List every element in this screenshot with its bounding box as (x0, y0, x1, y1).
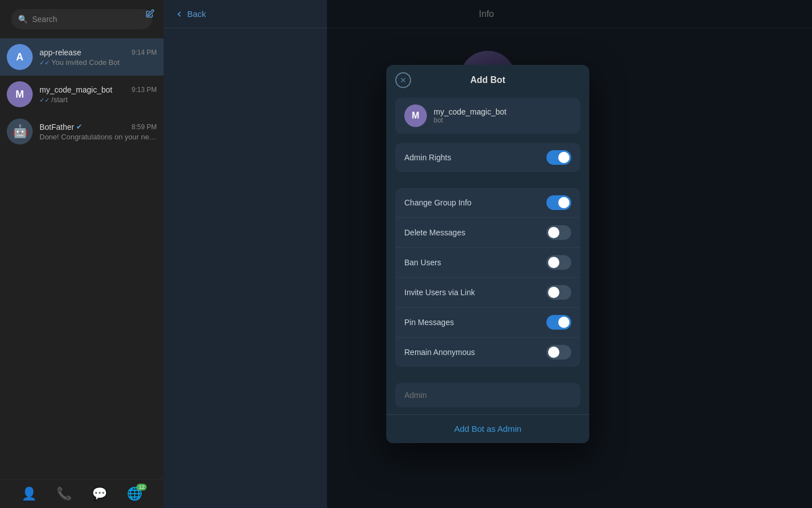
bot-avatar: M (404, 104, 427, 127)
custom-title-section (395, 383, 580, 408)
admin-rights-toggle[interactable] (546, 150, 571, 165)
admin-rights-label: Admin Rights (404, 153, 451, 162)
close-icon: ✕ (400, 76, 407, 85)
bottom-nav: 👤 📞 💬 🌐 12 (0, 479, 164, 508)
back-button[interactable]: Back (175, 9, 206, 19)
chat-list: A app-release 9:14 PM ✓✓ You invited Cod… (0, 38, 164, 479)
permission-row-change-group-info: Change Group Info (395, 188, 580, 218)
chat-preview: ✓✓ You invited Code Bot (39, 58, 157, 67)
toggle-thumb (558, 152, 570, 163)
permissions-section: Change Group Info Delete Messages Ban Us… (395, 188, 580, 367)
permission-label: Invite Users via Link (404, 288, 475, 297)
chat-info: app-release 9:14 PM ✓✓ You invited Code … (39, 48, 157, 67)
delete-messages-toggle[interactable] (546, 225, 571, 240)
custom-title-row (395, 383, 580, 408)
avatar: M (7, 81, 33, 107)
chat-time: 9:13 PM (131, 86, 157, 94)
search-placeholder: Search (32, 15, 57, 24)
chat-preview: ✓✓ /start (39, 95, 157, 104)
permission-label: Delete Messages (404, 228, 465, 237)
chat-info: BotFather ✔ 8:59 PM Done! Congratulation… (39, 122, 157, 141)
custom-title-input[interactable] (404, 391, 571, 400)
bot-type: bot (434, 116, 506, 124)
pin-messages-toggle[interactable] (546, 315, 571, 330)
avatar: A (7, 44, 33, 70)
modal-body: M my_code_magic_bot bot Admin Rights (386, 95, 589, 414)
contacts-badge: 12 (136, 484, 147, 491)
chat-name: BotFather ✔ (39, 122, 82, 132)
modal-close-button[interactable]: ✕ (395, 72, 411, 88)
calls-nav-icon[interactable]: 📞 (56, 487, 72, 501)
avatar: 🤖 (7, 119, 33, 144)
bot-info: my_code_magic_bot bot (434, 107, 506, 124)
compose-button[interactable] (141, 6, 158, 23)
permission-row-pin-messages: Pin Messages (395, 308, 580, 338)
main-content: Back Info app_release_c_bot Share (164, 0, 812, 508)
add-bot-modal: ✕ Add Bot M my_code_magic_bot bot Admin … (386, 65, 589, 443)
search-icon: 🔍 (18, 15, 28, 24)
permission-label: Pin Messages (404, 318, 454, 327)
change-group-info-toggle[interactable] (546, 195, 571, 210)
bot-card: M my_code_magic_bot bot (395, 98, 580, 134)
modal-header: ✕ Add Bot (386, 65, 589, 95)
contacts-nav-icon[interactable]: 🌐 12 (127, 487, 142, 501)
profile-nav-icon[interactable]: 👤 (21, 487, 37, 501)
admin-rights-row: Admin Rights (395, 143, 580, 172)
chat-preview: Done! Congratulations on your new bot. Y… (39, 133, 157, 141)
permission-label: Remain Anonymous (404, 348, 475, 357)
modal-footer: Add Bot as Admin (386, 414, 589, 443)
chat-name: my_code_magic_bot (39, 85, 112, 94)
chat-time: 8:59 PM (131, 123, 157, 131)
invite-users-toggle[interactable] (546, 285, 571, 300)
permission-row-remain-anonymous: Remain Anonymous (395, 338, 580, 367)
chat-item-botfather[interactable]: 🤖 BotFather ✔ 8:59 PM Done! Congratulati… (0, 113, 164, 150)
remain-anonymous-toggle[interactable] (546, 345, 571, 360)
permission-label: Ban Users (404, 258, 441, 267)
ban-users-toggle[interactable] (546, 255, 571, 270)
modal-title: Add Bot (470, 75, 505, 85)
bot-name: my_code_magic_bot (434, 107, 506, 116)
sidebar: 🔍 Search A app-release 9:14 PM ✓✓ You in… (0, 0, 164, 508)
back-label: Back (187, 9, 206, 19)
permission-row-invite-users: Invite Users via Link (395, 278, 580, 308)
search-bar[interactable]: 🔍 Search (11, 9, 152, 29)
chat-info: my_code_magic_bot 9:13 PM ✓✓ /start (39, 85, 157, 104)
chat-time: 9:14 PM (131, 49, 157, 56)
verified-icon: ✔ (76, 122, 82, 131)
permission-row-ban-users: Ban Users (395, 248, 580, 278)
chats-nav-icon[interactable]: 💬 (92, 487, 107, 501)
permission-label: Change Group Info (404, 198, 471, 207)
admin-rights-section: Admin Rights (395, 143, 580, 172)
add-bot-as-admin-button[interactable]: Add Bot as Admin (395, 424, 580, 433)
chat-item-app-release[interactable]: A app-release 9:14 PM ✓✓ You invited Cod… (0, 38, 164, 76)
chat-item-bot[interactable]: M my_code_magic_bot 9:13 PM ✓✓ /start (0, 76, 164, 113)
chat-name: app-release (39, 48, 81, 57)
permission-row-delete-messages: Delete Messages (395, 218, 580, 248)
